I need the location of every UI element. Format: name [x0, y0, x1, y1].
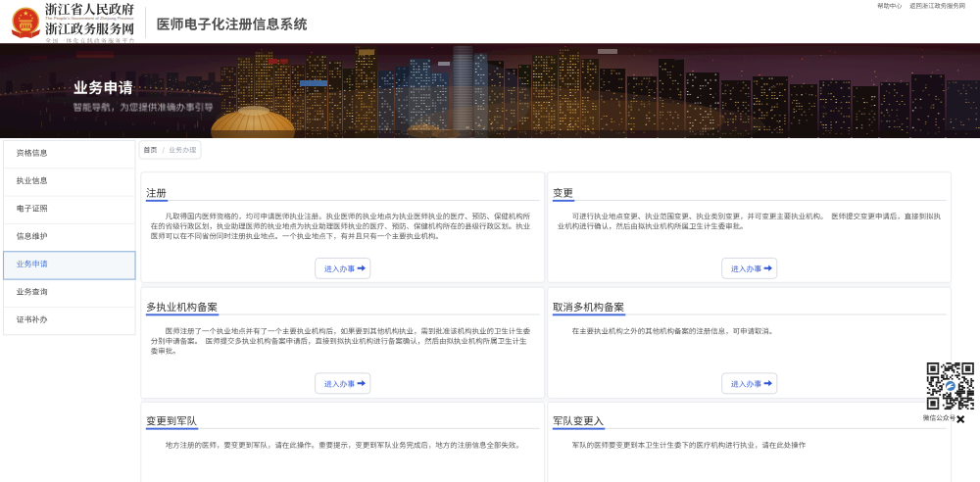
svg-text:The People's Government of Zhe: The People's Government of Zhejiang Prov… [45, 16, 134, 21]
